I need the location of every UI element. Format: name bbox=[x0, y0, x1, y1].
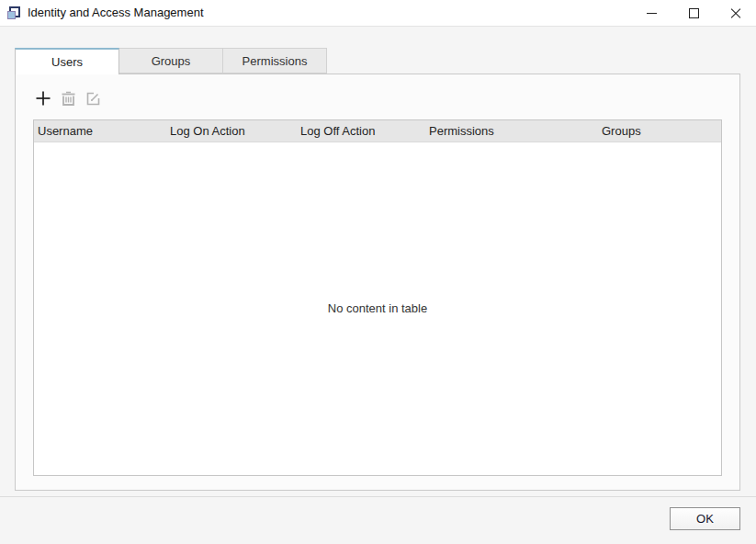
maximize-button[interactable] bbox=[678, 0, 709, 27]
add-user-button[interactable] bbox=[35, 90, 51, 107]
column-header-username[interactable]: Username bbox=[34, 120, 166, 142]
trash-icon bbox=[61, 90, 76, 107]
title-bar: Identity and Access Management bbox=[0, 0, 756, 27]
close-button[interactable] bbox=[720, 0, 751, 27]
users-toolbar bbox=[35, 89, 101, 108]
tab-permissions[interactable]: Permissions bbox=[222, 48, 327, 74]
column-header-permissions[interactable]: Permissions bbox=[425, 120, 598, 142]
minimize-button[interactable] bbox=[636, 0, 667, 27]
edit-user-button[interactable] bbox=[85, 90, 101, 107]
window-title: Identity and Access Management bbox=[28, 0, 204, 27]
table-header-row: Username Log On Action Log Off Action Pe… bbox=[34, 120, 721, 142]
edit-icon bbox=[85, 91, 101, 107]
plus-icon bbox=[35, 90, 51, 107]
column-header-log-off-action[interactable]: Log Off Action bbox=[297, 120, 425, 142]
tab-users-label: Users bbox=[51, 55, 83, 69]
tab-users[interactable]: Users bbox=[15, 48, 119, 74]
tab-groups[interactable]: Groups bbox=[118, 48, 223, 74]
ok-button[interactable]: OK bbox=[670, 507, 740, 530]
app-icon bbox=[7, 6, 22, 20]
maximize-icon bbox=[689, 8, 699, 18]
minimize-icon bbox=[647, 13, 657, 14]
users-table: Username Log On Action Log Off Action Pe… bbox=[33, 119, 722, 476]
delete-user-button[interactable] bbox=[60, 90, 76, 107]
empty-table-message: No content in table bbox=[34, 301, 721, 315]
users-tab-panel: Username Log On Action Log Off Action Pe… bbox=[15, 74, 740, 491]
footer-divider bbox=[0, 496, 756, 497]
close-icon bbox=[730, 8, 741, 19]
column-header-log-on-action[interactable]: Log On Action bbox=[166, 120, 297, 142]
tab-permissions-label: Permissions bbox=[243, 54, 308, 68]
tab-strip: Users Groups Permissions bbox=[15, 48, 327, 74]
tab-groups-label: Groups bbox=[152, 54, 191, 68]
column-header-groups[interactable]: Groups bbox=[598, 120, 721, 142]
